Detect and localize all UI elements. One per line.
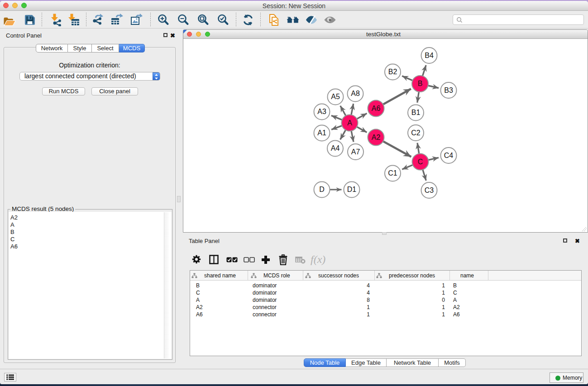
svg-text:B2: B2 xyxy=(388,68,397,76)
svg-text:A4: A4 xyxy=(331,144,340,152)
svg-text:A7: A7 xyxy=(351,148,360,156)
svg-text:C2: C2 xyxy=(411,129,421,137)
svg-text:D: D xyxy=(319,186,325,193)
svg-text:B: B xyxy=(418,80,423,87)
svg-text:A: A xyxy=(347,119,352,127)
svg-text:D1: D1 xyxy=(347,186,357,193)
svg-text:B1: B1 xyxy=(411,109,421,116)
svg-text:B4: B4 xyxy=(425,52,434,59)
svg-text:A1: A1 xyxy=(317,129,326,137)
svg-text:C3: C3 xyxy=(425,186,434,194)
svg-text:C4: C4 xyxy=(444,152,454,159)
svg-text:C1: C1 xyxy=(388,169,397,177)
svg-text:A3: A3 xyxy=(317,108,326,115)
svg-text:B3: B3 xyxy=(444,86,453,94)
svg-text:C: C xyxy=(418,158,423,166)
svg-text:A2: A2 xyxy=(372,133,381,141)
svg-text:A5: A5 xyxy=(331,93,340,100)
svg-text:A8: A8 xyxy=(351,90,360,97)
svg-text:A6: A6 xyxy=(372,105,381,112)
